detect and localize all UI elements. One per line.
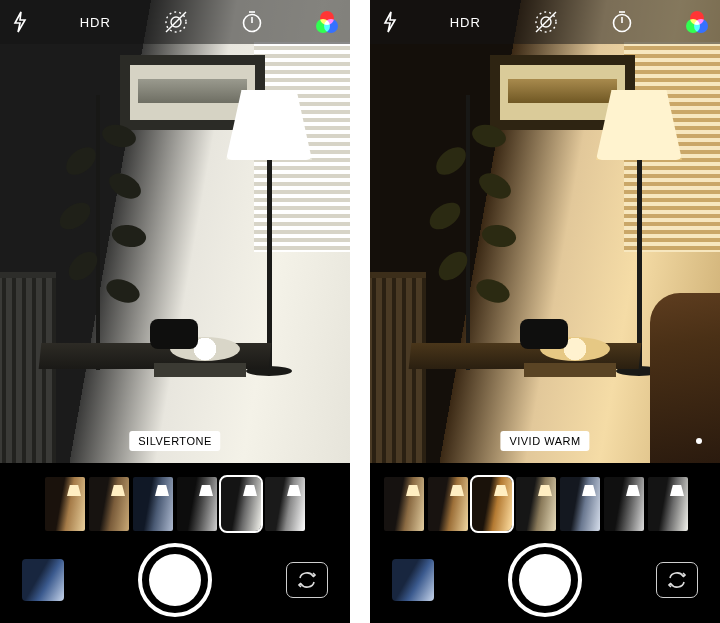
hdr-button[interactable]: HDR bbox=[80, 15, 111, 30]
flash-auto-icon[interactable] bbox=[382, 11, 398, 33]
filter-thumb[interactable] bbox=[384, 477, 424, 531]
svg-line-2 bbox=[166, 12, 186, 32]
camera-top-bar: HDR bbox=[370, 0, 720, 44]
camera-screen-silvertone: HDR SI bbox=[0, 0, 350, 623]
switch-camera-button[interactable] bbox=[656, 562, 698, 598]
last-photo-thumbnail[interactable] bbox=[22, 559, 64, 601]
filter-thumb[interactable] bbox=[428, 477, 468, 531]
filter-thumb[interactable] bbox=[604, 477, 644, 531]
switch-camera-button[interactable] bbox=[286, 562, 328, 598]
hdr-button[interactable]: HDR bbox=[450, 15, 481, 30]
viewfinder[interactable]: SILVERTONE bbox=[0, 0, 350, 463]
filter-thumb[interactable] bbox=[560, 477, 600, 531]
camera-top-bar: HDR bbox=[0, 0, 350, 44]
filter-strip[interactable] bbox=[370, 473, 720, 535]
filter-thumb-selected[interactable] bbox=[472, 477, 512, 531]
svg-line-6 bbox=[536, 12, 556, 32]
filter-thumb[interactable] bbox=[89, 477, 129, 531]
active-filter-label: VIVID WARM bbox=[500, 431, 589, 451]
focus-indicator-dot bbox=[696, 438, 702, 444]
camera-screen-vivid-warm: HDR bbox=[370, 0, 720, 623]
filter-thumb[interactable] bbox=[265, 477, 305, 531]
filter-thumb[interactable] bbox=[177, 477, 217, 531]
timer-icon[interactable] bbox=[610, 10, 634, 34]
active-filter-label: SILVERTONE bbox=[129, 431, 220, 451]
shutter-button[interactable] bbox=[138, 543, 212, 617]
filter-thumb[interactable] bbox=[45, 477, 85, 531]
live-photo-off-icon[interactable] bbox=[533, 9, 559, 35]
filter-strip[interactable] bbox=[0, 473, 350, 535]
filter-thumb-selected[interactable] bbox=[221, 477, 261, 531]
camera-bottom-bar bbox=[0, 537, 350, 623]
shutter-button[interactable] bbox=[508, 543, 582, 617]
filter-thumb[interactable] bbox=[648, 477, 688, 531]
filter-thumb[interactable] bbox=[516, 477, 556, 531]
flash-auto-icon[interactable] bbox=[12, 11, 28, 33]
last-photo-thumbnail[interactable] bbox=[392, 559, 434, 601]
filter-thumb[interactable] bbox=[133, 477, 173, 531]
viewfinder[interactable]: VIVID WARM bbox=[370, 0, 720, 463]
color-filters-icon[interactable] bbox=[316, 11, 338, 33]
live-photo-off-icon[interactable] bbox=[163, 9, 189, 35]
timer-icon[interactable] bbox=[240, 10, 264, 34]
camera-bottom-bar bbox=[370, 537, 720, 623]
color-filters-icon[interactable] bbox=[686, 11, 708, 33]
